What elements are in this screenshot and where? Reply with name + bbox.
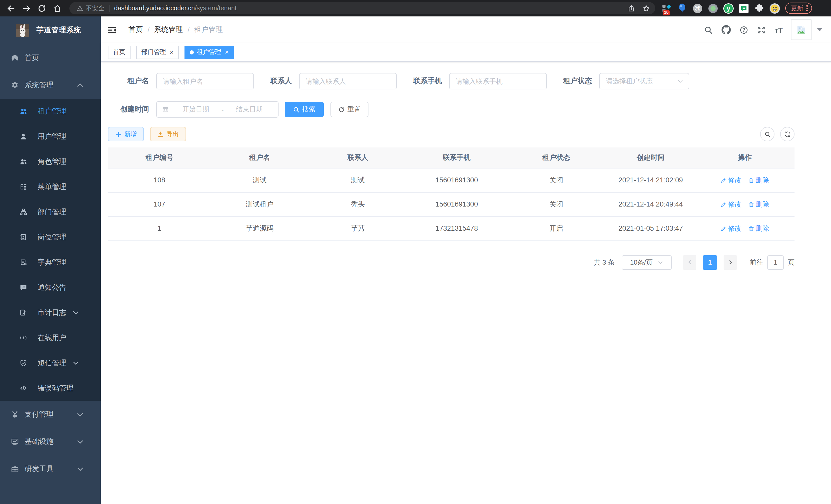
show-search-toggle-button[interactable]: [760, 127, 774, 141]
tab-租户管理[interactable]: 租户管理×: [184, 46, 234, 59]
breadcrumb-item[interactable]: 首页: [128, 25, 143, 34]
sidebar-item-label: 通知公告: [37, 283, 66, 292]
contact-input[interactable]: [299, 73, 397, 89]
sidebar-item-post[interactable]: 岗位管理: [0, 225, 101, 250]
browser-forward-icon[interactable]: [22, 4, 31, 12]
edit-link[interactable]: 修改: [720, 175, 741, 185]
sidebar-item-dict[interactable]: 字典管理: [0, 250, 101, 275]
extension-command-icon[interactable]: ⌘: [692, 3, 703, 13]
sidebar-item-label: 字典管理: [37, 258, 66, 267]
dictionary-icon: [20, 259, 27, 266]
extension-grid-diamond-icon[interactable]: 10: [661, 3, 672, 13]
search-icon: [764, 131, 771, 138]
fullscreen-icon[interactable]: [757, 25, 766, 34]
url-host[interactable]: dashboard.yudao.iocoder.cn: [114, 5, 195, 12]
tenant-name-input[interactable]: [156, 73, 254, 89]
browser-extensions-puzzle-icon[interactable]: [754, 3, 765, 13]
tab-首页[interactable]: 首页: [108, 46, 131, 59]
sidebar-logo[interactable]: 芋道管理系统: [0, 17, 101, 44]
sidebar-item-sms[interactable]: 短信管理: [0, 350, 101, 376]
export-button[interactable]: 导出: [150, 127, 186, 141]
header-search-icon[interactable]: [704, 25, 713, 34]
create-time-range-picker[interactable]: 开始日期 - 结束日期: [156, 101, 279, 118]
sidebar-item-online-users[interactable]: 在线用户: [0, 325, 101, 350]
font-size-icon[interactable]: ᴛT: [775, 25, 782, 34]
extension-balloon-icon[interactable]: [677, 3, 688, 13]
browser-home-icon[interactable]: [53, 4, 62, 12]
table-row: 1芋道源码芋艿17321315478开启2021-01-05 17:03:47修…: [108, 216, 795, 240]
help-icon[interactable]: [740, 25, 748, 34]
sidebar-item-dev-tools[interactable]: 研发工具: [0, 455, 101, 482]
security-warning-label[interactable]: 不安全: [86, 4, 104, 12]
extension-y-icon[interactable]: y: [723, 3, 734, 13]
logo-rabbit-image: [16, 24, 30, 37]
share-icon[interactable]: [628, 4, 635, 12]
cell-created: 2021-12-14 21:02:09: [606, 168, 695, 192]
refresh-table-button[interactable]: [780, 127, 795, 141]
calendar-icon: [162, 106, 169, 113]
sidebar-item-payment[interactable]: 支付管理: [0, 401, 101, 428]
add-button[interactable]: 新增: [108, 127, 144, 141]
url-path[interactable]: /system/tenant: [195, 5, 237, 12]
tab-部门管理[interactable]: 部门管理×: [136, 46, 179, 59]
sidebar-collapse-icon[interactable]: [107, 25, 117, 35]
sidebar-item-role[interactable]: 角色管理: [0, 149, 101, 174]
github-icon[interactable]: [722, 25, 731, 34]
browser-update-button[interactable]: 更新: [785, 3, 812, 14]
delete-link[interactable]: 删除: [748, 200, 769, 209]
breadcrumb-item[interactable]: 系统管理: [154, 25, 183, 34]
sidebar-item-audit-log[interactable]: 审计日志: [0, 300, 101, 325]
current-page-button[interactable]: 1: [703, 255, 717, 269]
avatar-dropdown-caret-icon[interactable]: [817, 28, 822, 31]
menu-tree-icon: [20, 183, 27, 190]
reset-button[interactable]: 重置: [331, 102, 369, 117]
avatar[interactable]: [791, 20, 811, 40]
extension-record-icon[interactable]: [708, 3, 718, 13]
sidebar-item-menu[interactable]: 菜单管理: [0, 174, 101, 199]
delete-link[interactable]: 删除: [748, 175, 769, 185]
sidebar-item-infrastructure[interactable]: 基础设施: [0, 428, 101, 455]
delete-link[interactable]: 删除: [748, 224, 769, 233]
next-page-button[interactable]: [724, 255, 737, 269]
extension-chat-icon[interactable]: [739, 3, 749, 13]
sidebar-item-error-code[interactable]: 错误码管理: [0, 376, 101, 401]
sidebar-item-dept[interactable]: 部门管理: [0, 199, 101, 225]
browser-reload-icon[interactable]: [37, 4, 46, 12]
tab-label: 租户管理: [197, 48, 221, 57]
security-warning-icon[interactable]: [77, 5, 83, 11]
column-header: 联系手机: [407, 147, 506, 168]
edit-link[interactable]: 修改: [720, 200, 741, 209]
delete-link-label: 删除: [756, 200, 769, 209]
announcement-icon: [20, 284, 27, 291]
prev-page-button[interactable]: [683, 255, 696, 269]
toolbox-icon: [11, 465, 19, 473]
sidebar-item-notice[interactable]: 通知公告: [0, 275, 101, 300]
sidebar-item-user[interactable]: 用户管理: [0, 124, 101, 149]
tenant-status-select[interactable]: 请选择租户状态: [599, 73, 689, 89]
delete-link-label: 删除: [756, 224, 769, 233]
code-icon: [20, 384, 27, 392]
sidebar-item-tenant[interactable]: 租户管理: [0, 99, 101, 124]
cell-id: 1: [108, 216, 211, 240]
tab-close-icon[interactable]: ×: [170, 49, 173, 56]
sidebar-item-label: 部门管理: [37, 207, 66, 216]
address-bar[interactable]: 不安全 dashboard.yudao.iocoder.cn/system/te…: [69, 2, 655, 14]
search-button[interactable]: 搜索: [285, 102, 324, 117]
edit-link[interactable]: 修改: [720, 224, 741, 233]
browser-back-icon[interactable]: [7, 4, 16, 12]
extension-emoji-icon[interactable]: [769, 3, 780, 13]
page-size-select[interactable]: 10条/页: [622, 255, 672, 269]
delete-link-label: 删除: [756, 175, 769, 185]
export-button-label: 导出: [167, 130, 179, 139]
column-header: 租户状态: [506, 147, 606, 168]
cell-id: 107: [108, 192, 211, 216]
cell-name: 测试: [211, 168, 308, 192]
cell-created: 2021-01-05 17:03:47: [606, 216, 695, 240]
sidebar-item-system[interactable]: 系统管理: [0, 71, 101, 99]
tab-close-icon[interactable]: ×: [225, 49, 229, 56]
bookmark-star-icon[interactable]: [642, 4, 650, 12]
sidebar-item-home[interactable]: 首页: [0, 44, 101, 71]
browser-menu-dots-icon[interactable]: [806, 5, 808, 11]
mobile-input[interactable]: [449, 73, 547, 89]
goto-page-input[interactable]: [767, 255, 784, 269]
